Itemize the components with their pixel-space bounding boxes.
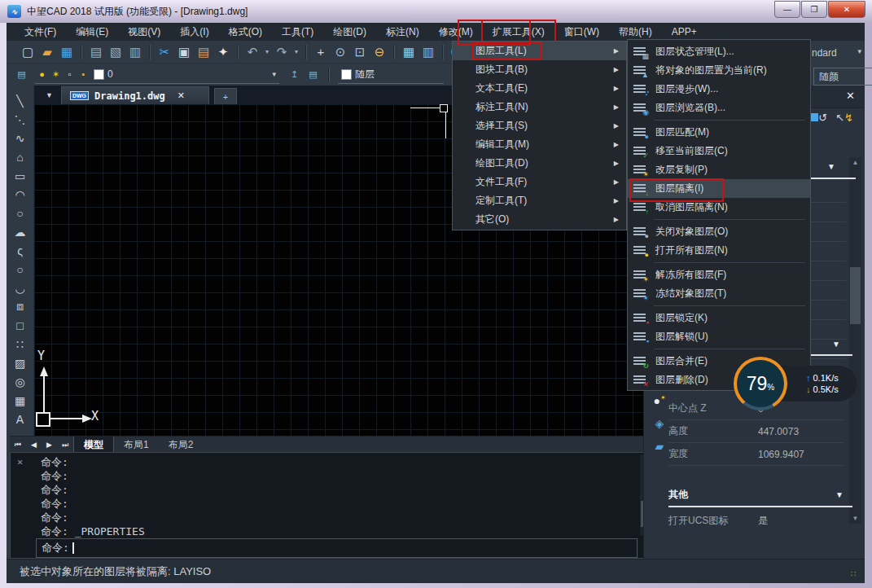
scroll-down-icon[interactable]: ▼ (849, 515, 861, 522)
network-badge[interactable]: 79 % (737, 360, 784, 407)
property-row[interactable]: 高度 447.0073 (668, 420, 844, 443)
document-tab[interactable]: DWG Drawing1.dwg ✕ (61, 86, 209, 104)
layer-thaw-icon[interactable]: ✶ (49, 69, 63, 80)
section-collapse-icon[interactable]: ▼ (832, 340, 840, 349)
make-object-layer-current-icon[interactable]: ↥ (287, 69, 301, 80)
menu-app-plus[interactable]: APP+ (662, 24, 707, 40)
cut[interactable]: ✂ (155, 43, 174, 61)
paste[interactable]: ▤ (194, 43, 213, 61)
layer-match[interactable]: ● 图层匹配(M) (628, 123, 810, 142)
command-window[interactable]: ✕ 命令:命令:命令:命令:命令:命令: _PROPERTIES ▲ ▼ 命令: (10, 452, 661, 559)
block-tools[interactable]: 图块工具(B) ▶ (453, 60, 626, 79)
revision-cloud[interactable]: ☁ (11, 223, 30, 240)
text-tools[interactable]: 文本工具(E) ▶ (453, 79, 626, 98)
document-list-dropdown-icon[interactable]: ▼ (46, 91, 53, 99)
new-file[interactable]: ▢ (18, 43, 37, 61)
plot[interactable]: ▥ (125, 43, 145, 61)
menu-view[interactable]: 视图(V) (118, 23, 170, 42)
menu-format[interactable]: 格式(O) (219, 23, 272, 42)
network-badge-ring[interactable]: 79 % (734, 357, 787, 410)
properties-scrollbar[interactable]: ▲ ▼ (849, 157, 861, 524)
last-tab-icon[interactable]: ⏭ (57, 441, 73, 450)
insert-block[interactable]: ⧈ (11, 298, 30, 315)
layer-isolate[interactable]: ↓ 图层隔离(I) (628, 179, 810, 198)
menu-insert[interactable]: 插入(I) (170, 23, 218, 42)
freeze-object-layer[interactable]: ✶ 冻结对象图层(T) (628, 284, 810, 303)
style-dropdown-arrow-icon[interactable]: ▾ (857, 47, 861, 59)
quick-select-icon[interactable]: ↺ (810, 112, 827, 124)
print[interactable]: ▤ (86, 43, 106, 61)
layer-dropdown[interactable]: ● ✶ ▫ ▪ 0 ▾ (35, 65, 279, 84)
layout-palette-icon[interactable]: ▰ (655, 440, 664, 453)
line[interactable]: ╲ (11, 92, 30, 109)
point[interactable]: ∷ (11, 336, 30, 353)
redo-dropdown[interactable]: ▾ (291, 43, 301, 61)
new-document-button[interactable]: + (214, 88, 237, 104)
scroll-up-icon[interactable]: ▲ (849, 159, 861, 166)
menu-draw[interactable]: 绘图(D) (323, 23, 376, 42)
layer-lock[interactable]: ▪ 图层锁定(K) (628, 309, 810, 327)
layer-on-icon[interactable]: ● (35, 69, 49, 79)
undo-dropdown[interactable]: ▾ (262, 43, 272, 61)
open-file[interactable]: ▰ (37, 43, 57, 61)
color-control-dropdown[interactable]: 随层 (338, 65, 444, 84)
document-close-icon[interactable]: ✕ (177, 90, 185, 101)
layer-unlock[interactable]: ▪ 图层解锁(U) (628, 327, 810, 346)
first-tab-icon[interactable]: ⏮ (10, 441, 26, 450)
region[interactable]: ◎ (11, 373, 30, 390)
edit-tools[interactable]: 编辑工具(M) ▶ (453, 135, 626, 154)
zoom-realtime[interactable]: ⊙ (331, 43, 350, 61)
file-tools[interactable]: 文件工具(F) ▶ (453, 173, 626, 191)
properties-close-icon[interactable]: ✕ (846, 90, 855, 102)
resize-grip[interactable]: ∷ (851, 569, 857, 578)
layer-unisolate[interactable]: ↑ 取消图层隔离(N) (628, 198, 810, 217)
zoom-previous[interactable]: ⊖ (370, 43, 389, 61)
copy[interactable]: ▣ (174, 43, 194, 61)
construction-line[interactable]: ⋱ (11, 111, 30, 128)
redo[interactable]: ↷ (272, 43, 291, 61)
table[interactable]: ▦ (11, 392, 30, 409)
ellipse-arc[interactable]: ◡ (11, 279, 30, 296)
match-properties[interactable]: ✦ (213, 43, 233, 61)
menu-file[interactable]: 文件(F) (15, 23, 66, 42)
make-block[interactable]: □ (11, 317, 30, 334)
quick-select-side-icon[interactable]: ◈ (655, 417, 664, 430)
menu-tools[interactable]: 工具(T) (272, 23, 323, 42)
hatch[interactable]: ▨ (11, 354, 30, 371)
circle[interactable]: ○ (11, 204, 30, 222)
turn-object-layer-off[interactable]: ● 关闭对象图层(O) (628, 222, 810, 241)
spline[interactable]: ς (11, 242, 30, 259)
property-row[interactable]: 打开UCS图标 是 (668, 510, 844, 532)
layer-browser[interactable]: ◉ 图层浏览器(B)... (628, 99, 810, 117)
custom-tools[interactable]: 定制工具(T) ▶ (453, 191, 626, 210)
tab-layout1[interactable]: 布局1 (114, 437, 159, 454)
multiline-text[interactable]: A (11, 410, 30, 428)
command-close-icon[interactable]: ✕ (17, 456, 23, 467)
dimension-tools[interactable]: 标注工具(N) ▶ (453, 98, 626, 116)
save-file[interactable]: ▦ (57, 43, 77, 61)
draw-tools[interactable]: 绘图工具(D) ▶ (453, 154, 626, 173)
balloon-icon[interactable]: ●✶ (653, 394, 665, 407)
ellipse[interactable]: ○ (11, 261, 30, 278)
minimize-button[interactable]: — (774, 1, 800, 18)
section-collapse-icon[interactable]: ▼ (835, 490, 844, 499)
menu-edit[interactable]: 编辑(E) (66, 23, 118, 42)
scrollbar-thumb[interactable] (850, 267, 861, 324)
quick-calculator[interactable]: ▦ (399, 43, 418, 61)
text-window[interactable]: ▥ (418, 43, 438, 61)
thaw-all-layers[interactable]: ✶ 解冻所有图层(F) (628, 265, 810, 284)
section-collapse-icon[interactable]: ▼ (827, 162, 835, 171)
next-tab-icon[interactable]: ▶ (42, 441, 57, 449)
layer-plot-icon[interactable]: ▫ (63, 69, 77, 79)
layer-properties-manager-icon[interactable]: ▤ (15, 69, 28, 80)
bycolor-combo[interactable]: 随颜 (813, 68, 872, 86)
undo[interactable]: ↶ (243, 43, 262, 61)
arc[interactable]: ◠ (11, 186, 30, 203)
menu-window[interactable]: 窗口(W) (554, 23, 609, 42)
command-input[interactable]: 命令: (36, 538, 638, 558)
polyline[interactable]: ∿ (11, 129, 30, 147)
rectangle[interactable]: ▭ (11, 167, 30, 184)
zoom-window[interactable]: ⊡ (350, 43, 370, 61)
section-other-header[interactable]: 其他 ▼ (668, 485, 844, 504)
close-button[interactable]: ✕ (828, 1, 865, 18)
